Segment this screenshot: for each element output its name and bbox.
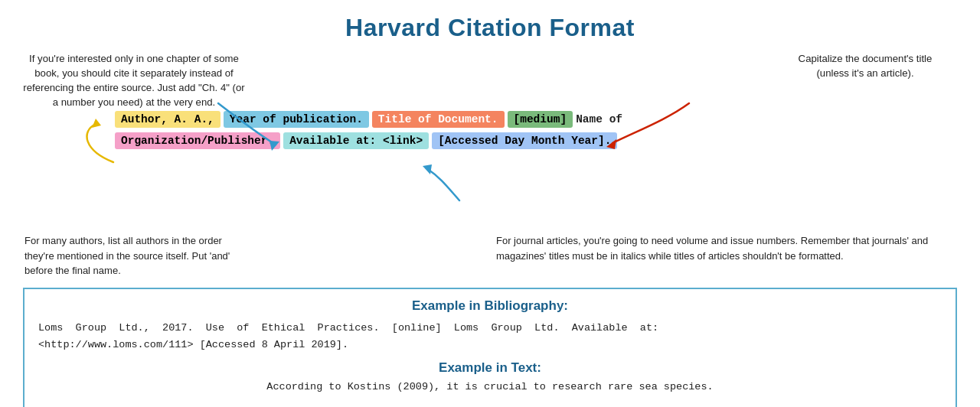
example-text-content: According to Kostins (2009), it is cruci… <box>38 379 942 396</box>
tag-author: Author, A. A., <box>115 111 220 128</box>
text-name-of: Name of <box>576 113 622 125</box>
svg-marker-0 <box>92 119 101 128</box>
tag-title: Title of Document. <box>372 111 505 128</box>
tag-year: Year of publication. <box>224 111 369 128</box>
citation-row-1: Author, A. A., Year of publication. Titl… <box>115 111 949 128</box>
tag-medium: [medium] <box>508 111 573 128</box>
tag-org: Organization/Publisher. <box>115 132 280 149</box>
note-bottom-left: For many authors, list all authors in th… <box>24 233 247 278</box>
note-right-top: Capitalize the document's title (unless … <box>781 51 949 80</box>
note-left-top: If you're interested only in one chapter… <box>23 51 245 110</box>
citation-row-2: Organization/Publisher. Available at: <l… <box>115 132 949 149</box>
citation-rows: Author, A. A., Year of publication. Titl… <box>115 111 949 154</box>
tag-accessed: [Accessed Day Month Year]. <box>432 132 617 149</box>
note-bottom-right: For journal articles, you're going to ne… <box>496 233 956 278</box>
example-bib-title: Example in Bibliography: <box>38 298 942 314</box>
svg-marker-3 <box>423 164 432 174</box>
example-bib-text: Loms Group Ltd., 2017. Use of Ethical Pr… <box>38 320 942 355</box>
page: Harvard Citation Format If you're intere… <box>0 0 980 407</box>
page-title: Harvard Citation Format <box>23 14 957 42</box>
annotation-area: If you're interested only in one chapter… <box>23 51 957 227</box>
example-text-title: Example in Text: <box>38 360 942 376</box>
bottom-notes: For many authors, list all authors in th… <box>23 233 957 278</box>
example-box: Example in Bibliography: Loms Group Ltd.… <box>23 288 957 408</box>
tag-available: Available at: <link> <box>283 132 429 149</box>
